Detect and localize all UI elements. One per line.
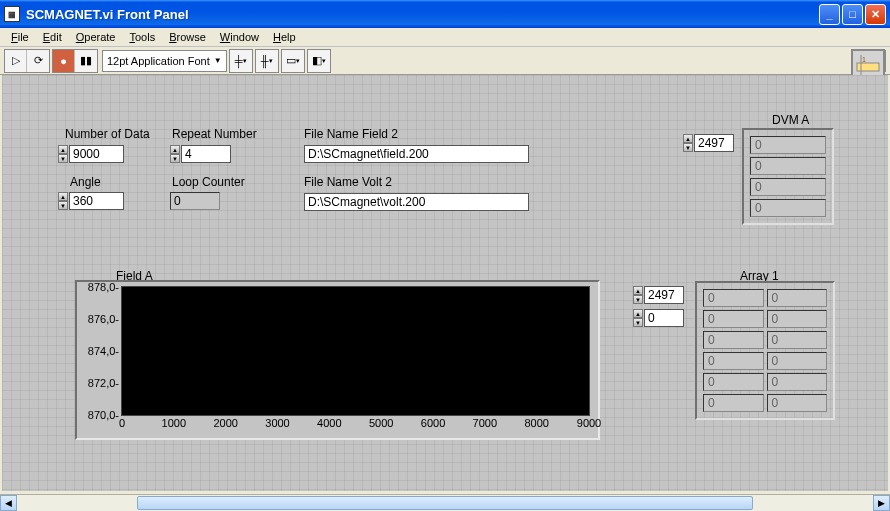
menu-help[interactable]: Help	[266, 30, 303, 44]
angle-input[interactable]	[69, 192, 124, 210]
distribute-button[interactable]: ╫▾	[256, 50, 278, 72]
increment-button[interactable]: ▲	[633, 286, 643, 295]
angle-label: Angle	[70, 175, 101, 189]
x-tick: 0	[119, 417, 125, 429]
array1-cell: 0	[703, 352, 764, 370]
menu-browse[interactable]: Browse	[162, 30, 213, 44]
menu-bar: File Edit Operate Tools Browse Window He…	[0, 28, 890, 47]
dvm-a-array: 0 0 0 0	[742, 128, 834, 225]
increment-button[interactable]: ▲	[683, 134, 693, 143]
decrement-button[interactable]: ▼	[633, 295, 643, 304]
decrement-button[interactable]: ▼	[58, 201, 68, 210]
scroll-right-button[interactable]: ▶	[873, 495, 890, 511]
menu-edit[interactable]: Edit	[36, 30, 69, 44]
repeat-number-input[interactable]	[181, 145, 231, 163]
x-tick: 5000	[369, 417, 393, 429]
x-tick: 3000	[265, 417, 289, 429]
array1-index1-control[interactable]: ▲ ▼	[633, 286, 684, 304]
x-tick: 7000	[473, 417, 497, 429]
repeat-number-control[interactable]: ▲ ▼	[170, 145, 231, 163]
x-tick: 8000	[524, 417, 548, 429]
increment-button[interactable]: ▲	[170, 145, 180, 154]
array1-cell: 0	[767, 310, 828, 328]
decrement-button[interactable]: ▼	[58, 154, 68, 163]
menu-tools[interactable]: Tools	[122, 30, 162, 44]
file-name-volt-input[interactable]	[304, 193, 529, 211]
array1-cell: 0	[767, 394, 828, 412]
number-of-data-label: Number of Data	[65, 127, 150, 141]
dvm-a-cell: 0	[750, 136, 826, 154]
y-tick: 878,0-	[88, 281, 119, 293]
array1-cell: 0	[703, 373, 764, 391]
array1-index2-input[interactable]	[644, 309, 684, 327]
array1-cell: 0	[767, 352, 828, 370]
font-select[interactable]: 12pt Application Font ▼	[102, 50, 227, 72]
align-button[interactable]: ╪▾	[230, 50, 252, 72]
repeat-number-label: Repeat Number	[172, 127, 257, 141]
scroll-thumb[interactable]	[137, 496, 753, 510]
increment-button[interactable]: ▲	[58, 145, 68, 154]
file-name-field-input[interactable]	[304, 145, 529, 163]
run-continuous-button[interactable]: ⟳	[27, 50, 49, 72]
number-of-data-input[interactable]	[69, 145, 124, 163]
chevron-down-icon: ▼	[214, 56, 222, 65]
number-of-data-control[interactable]: ▲ ▼	[58, 145, 124, 163]
y-tick: 874,0-	[88, 345, 119, 357]
menu-file[interactable]: File	[4, 30, 36, 44]
array1-cell: 0	[703, 331, 764, 349]
loop-counter-indicator: 0	[170, 192, 220, 210]
run-button[interactable]: ▷	[5, 50, 27, 72]
dvm-a-cell: 0	[750, 199, 826, 217]
array1-grid: 0 0 0 0 0 0 0 0 0 0 0 0	[695, 281, 835, 420]
app-icon: ▦	[4, 6, 20, 22]
array1-cell: 0	[767, 289, 828, 307]
x-tick: 6000	[421, 417, 445, 429]
array1-cell: 0	[703, 289, 764, 307]
resize-button[interactable]: ▭▾	[282, 50, 304, 72]
increment-button[interactable]: ▲	[58, 192, 68, 201]
y-tick: 870,0-	[88, 409, 119, 421]
dvm-a-label: DVM A	[772, 113, 809, 127]
abort-button[interactable]: ●	[53, 50, 75, 72]
file-name-volt-label: File Name Volt 2	[304, 175, 392, 189]
horizontal-scrollbar[interactable]: ◀ ▶	[0, 494, 890, 511]
decrement-button[interactable]: ▼	[633, 318, 643, 327]
decrement-button[interactable]: ▼	[683, 143, 693, 152]
svg-rect-0	[857, 63, 879, 71]
x-tick: 2000	[213, 417, 237, 429]
array1-cell: 0	[703, 310, 764, 328]
reorder-button[interactable]: ◧▾	[308, 50, 330, 72]
y-tick: 872,0-	[88, 377, 119, 389]
minimize-button[interactable]: _	[819, 4, 840, 25]
scroll-left-button[interactable]: ◀	[0, 495, 17, 511]
title-bar: ▦ SCMAGNET.vi Front Panel _ □ ✕	[0, 0, 890, 28]
menu-operate[interactable]: Operate	[69, 30, 123, 44]
font-select-label: 12pt Application Font	[107, 55, 210, 67]
increment-button[interactable]: ▲	[633, 309, 643, 318]
x-tick: 4000	[317, 417, 341, 429]
array1-index1-input[interactable]	[644, 286, 684, 304]
maximize-button[interactable]: □	[842, 4, 863, 25]
decrement-button[interactable]: ▼	[170, 154, 180, 163]
field-a-chart[interactable]: 878,0- 876,0- 874,0- 872,0- 870,0- 0 100…	[75, 280, 600, 440]
menu-window[interactable]: Window	[213, 30, 266, 44]
scroll-track[interactable]	[17, 495, 873, 511]
array1-cell: 0	[767, 331, 828, 349]
dvm-index-control[interactable]: ▲ ▼	[683, 134, 734, 152]
array1-cell: 0	[703, 394, 764, 412]
array1-index2-control[interactable]: ▲ ▼	[633, 309, 684, 327]
loop-counter-value: 0	[170, 192, 220, 210]
chart-plot-area: 878,0- 876,0- 874,0- 872,0- 870,0- 0 100…	[121, 286, 590, 416]
front-panel[interactable]: Number of Data ▲ ▼ Repeat Number ▲ ▼ Ang…	[2, 75, 888, 491]
dvm-index-input[interactable]	[694, 134, 734, 152]
x-tick: 1000	[162, 417, 186, 429]
array1-cell: 0	[767, 373, 828, 391]
pause-button[interactable]: ▮▮	[75, 50, 97, 72]
y-tick: 876,0-	[88, 313, 119, 325]
window-title: SCMAGNET.vi Front Panel	[26, 7, 817, 22]
svg-text:1: 1	[862, 56, 866, 63]
close-button[interactable]: ✕	[865, 4, 886, 25]
x-tick: 9000	[577, 417, 601, 429]
angle-control[interactable]: ▲ ▼	[58, 192, 124, 210]
toolbar: ▷ ⟳ ● ▮▮ 12pt Application Font ▼ ╪▾ ╫▾ ▭…	[0, 47, 890, 75]
